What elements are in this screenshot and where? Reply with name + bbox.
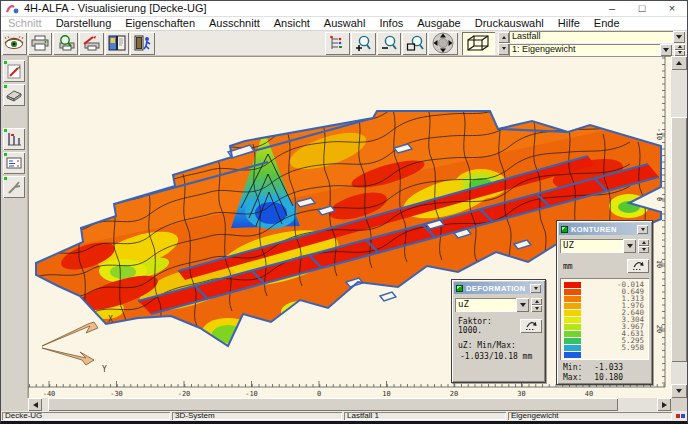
zoom-in-button[interactable] xyxy=(351,32,376,55)
menu-infos[interactable]: Infos xyxy=(372,17,410,30)
scroll-right-arrow[interactable] xyxy=(657,398,671,411)
view-eye-button[interactable] xyxy=(2,32,27,55)
horizontal-scrollbar[interactable] xyxy=(28,398,671,411)
konturen-panel-titlebar[interactable]: KONTUREN xyxy=(559,223,650,235)
title-bar[interactable]: 4H-ALFA - Visualisierung [Decke-UG] – □ … xyxy=(1,1,687,17)
print-preview-button[interactable] xyxy=(53,32,78,55)
zoom-out-button[interactable] xyxy=(377,32,402,55)
svg-text:20: 20 xyxy=(450,390,458,398)
lastfall-dropdown[interactable]: Lastfall xyxy=(509,31,673,43)
pan-button[interactable] xyxy=(428,32,458,55)
menu-schnitt[interactable]: Schnitt xyxy=(1,17,49,30)
horizontal-scroll-thumb[interactable] xyxy=(48,398,618,411)
menu-eigenschaften[interactable]: Eigenschaften xyxy=(118,17,202,30)
deformation-quantity-dropdown[interactable]: uZ xyxy=(455,298,516,312)
menu-auswahl[interactable]: Auswahl xyxy=(317,17,373,30)
status-bar: Decke-UG 3D-System Lastfall 1 Eigengewic… xyxy=(1,411,687,421)
deformation-panel: DEFORMATION uZ Faktor: 1000. uZ: Min/Max… xyxy=(451,279,546,383)
deformation-factor-label: Faktor: 1000. xyxy=(455,317,520,335)
menu-darstellung[interactable]: Darstellung xyxy=(49,17,119,30)
close-button[interactable]: × xyxy=(657,1,687,17)
value-display-button[interactable] xyxy=(3,152,25,174)
vertical-scroll-thumb[interactable] xyxy=(671,117,687,362)
legend-swatch xyxy=(564,296,581,302)
legend-max: Max: 10.180 xyxy=(563,373,646,382)
deformation-dropdown-arrow[interactable] xyxy=(516,298,529,312)
edit-pen-button[interactable] xyxy=(3,60,25,82)
konturen-panel-title: KONTUREN xyxy=(571,225,617,234)
menu-druckauswahl[interactable]: Druckauswahl xyxy=(468,17,551,30)
scroll-up-arrow[interactable] xyxy=(671,56,687,70)
dimension-columns-button[interactable] xyxy=(3,128,25,150)
triad-x-label: X xyxy=(108,315,113,324)
menu-ausschnitt[interactable]: Ausschnitt xyxy=(202,17,267,30)
konturen-spinner[interactable] xyxy=(638,239,649,253)
legend-swatch xyxy=(564,303,581,309)
menu-bar: Schnitt Darstellung Eigenschaften Aussch… xyxy=(1,17,687,31)
slab-3d-button[interactable] xyxy=(3,84,25,106)
active-indicator xyxy=(4,153,7,156)
print-settings-icon xyxy=(82,35,100,51)
svg-text:-10: -10 xyxy=(655,128,663,141)
legend-swatch xyxy=(564,289,581,295)
scroll-left-arrow[interactable] xyxy=(28,398,42,411)
report-book-icon xyxy=(108,35,126,51)
menu-hilfe[interactable]: Hilfe xyxy=(551,17,587,30)
protocol-tree-icon xyxy=(329,35,346,51)
zoom-in-icon xyxy=(354,35,372,52)
report-book-button[interactable] xyxy=(105,32,130,55)
exit-door-button[interactable] xyxy=(130,32,155,55)
active-indicator xyxy=(4,177,7,180)
print-button[interactable] xyxy=(28,32,53,55)
scroll-down-arrow[interactable] xyxy=(671,384,687,398)
spin-down[interactable] xyxy=(674,50,685,56)
app-window: 4H-ALFA - Visualisierung [Decke-UG] – □ … xyxy=(0,0,688,424)
print-settings-button[interactable] xyxy=(79,32,104,55)
legend-swatch xyxy=(564,310,581,316)
spin-up[interactable] xyxy=(498,32,509,44)
x-axis-labels: -40 -30 -20 -10 0 10 20 30 40 xyxy=(43,390,594,398)
toolbar: Lastfall 1: Eigengewicht xyxy=(1,31,687,56)
view-eye-icon xyxy=(4,36,24,50)
menu-ende[interactable]: Ende xyxy=(587,17,627,30)
spin-down[interactable] xyxy=(498,43,509,55)
print-icon xyxy=(31,35,49,51)
menu-ausgabe[interactable]: Ausgabe xyxy=(410,17,467,30)
section-fork-button[interactable] xyxy=(3,176,25,198)
active-indicator xyxy=(4,61,7,64)
loadcase-spinner[interactable] xyxy=(674,44,685,56)
triad-y-label: Y xyxy=(102,365,107,374)
legend-swatch xyxy=(564,345,581,351)
active-indicator xyxy=(4,85,7,88)
exit-door-icon xyxy=(134,35,152,51)
deformation-minmax-label: uZ: Min/Max: xyxy=(458,341,545,350)
status-system: 3D-System xyxy=(172,412,342,420)
minimize-button[interactable]: – xyxy=(597,1,627,17)
konturen-quantity-dropdown[interactable]: UZ xyxy=(560,239,623,253)
legend-min: Min: -1.033 xyxy=(563,363,646,372)
loadcase-dropdown[interactable]: 1: Eigengewicht xyxy=(509,44,660,56)
apply-factor-button[interactable] xyxy=(520,319,542,333)
svg-text:40: 40 xyxy=(585,390,593,398)
zoom-out-icon xyxy=(380,35,398,52)
svg-text:-40: -40 xyxy=(43,390,56,398)
protocol-tree-button[interactable] xyxy=(325,32,350,55)
maximize-button[interactable]: □ xyxy=(627,1,657,17)
view-3d-button[interactable] xyxy=(462,32,496,55)
view-3d-spinner[interactable] xyxy=(498,32,509,55)
edit-pen-icon xyxy=(7,64,22,79)
loadcase-dropdown-arrow[interactable] xyxy=(660,44,672,56)
svg-text:10: 10 xyxy=(655,260,663,268)
apply-unit-button[interactable] xyxy=(627,259,649,273)
panel-collapse-button[interactable] xyxy=(637,225,648,234)
active-indicator xyxy=(4,129,7,132)
deformation-spinner[interactable] xyxy=(531,298,542,312)
lastfall-dropdown-arrow[interactable] xyxy=(673,31,685,43)
panel-icon xyxy=(456,285,463,292)
vertical-scrollbar[interactable] xyxy=(671,56,687,398)
zoom-window-button[interactable] xyxy=(402,32,427,55)
panel-collapse-button[interactable] xyxy=(530,284,541,293)
konturen-dropdown-arrow[interactable] xyxy=(623,239,636,253)
menu-ansicht[interactable]: Ansicht xyxy=(267,17,317,30)
deformation-panel-titlebar[interactable]: DEFORMATION xyxy=(454,282,543,294)
